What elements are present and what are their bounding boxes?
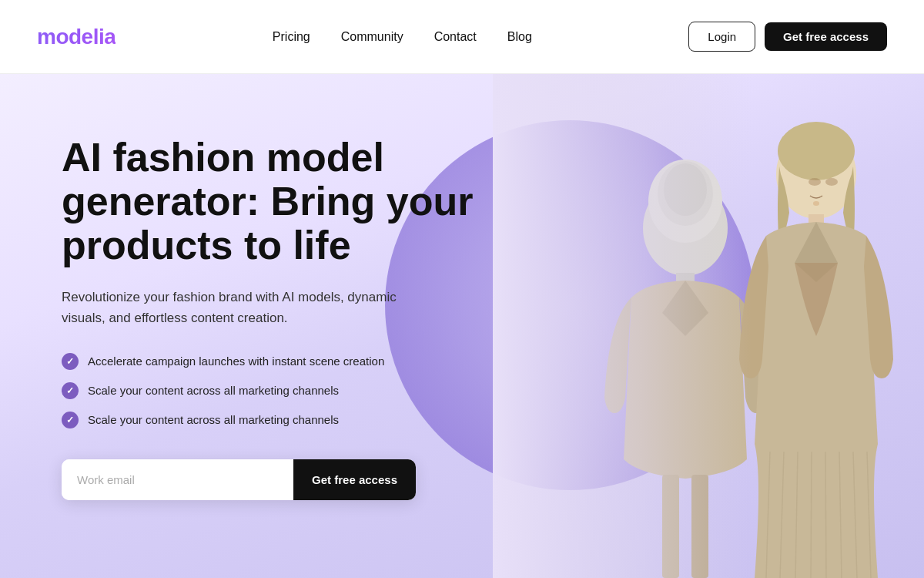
email-input[interactable] (62, 459, 293, 500)
nav-item-pricing[interactable]: Pricing (273, 30, 310, 44)
feature-label-1: Accelerate campaign launches with instan… (88, 355, 384, 368)
hero-visual (493, 74, 924, 578)
check-icon-3 (62, 412, 79, 428)
nav-item-community[interactable]: Community (341, 30, 403, 44)
feature-item-1: Accelerate campaign launches with instan… (62, 353, 493, 370)
login-button[interactable]: Login (688, 22, 755, 52)
feature-item-3: Scale your content across all marketing … (62, 412, 493, 428)
form-get-access-button[interactable]: Get free access (293, 459, 416, 500)
nav-actions: Login Get free access (688, 22, 887, 52)
check-icon-2 (62, 382, 79, 399)
feature-item-2: Scale your content across all marketing … (62, 382, 493, 399)
feature-list: Accelerate campaign launches with instan… (62, 353, 493, 428)
svg-rect-21 (493, 74, 924, 578)
nav-item-blog[interactable]: Blog (507, 30, 532, 44)
hero-title: AI fashion model generator: Bring your p… (62, 136, 493, 268)
hero-content: AI fashion model generator: Bring your p… (62, 136, 493, 500)
nav-links: Pricing Community Contact Blog (273, 30, 532, 44)
feature-label-3: Scale your content across all marketing … (88, 413, 339, 426)
check-icon-1 (62, 353, 79, 370)
feature-label-2: Scale your content across all marketing … (88, 384, 339, 397)
nav-item-contact[interactable]: Contact (434, 30, 477, 44)
hero-subtitle: Revolutionize your fashion brand with AI… (62, 287, 431, 328)
navbar: modelia Pricing Community Contact Blog L… (0, 0, 924, 74)
logo: modelia (37, 25, 116, 49)
nav-get-access-button[interactable]: Get free access (765, 22, 887, 51)
hero-section: AI fashion model generator: Bring your p… (0, 74, 924, 578)
email-form: Get free access (62, 459, 416, 500)
